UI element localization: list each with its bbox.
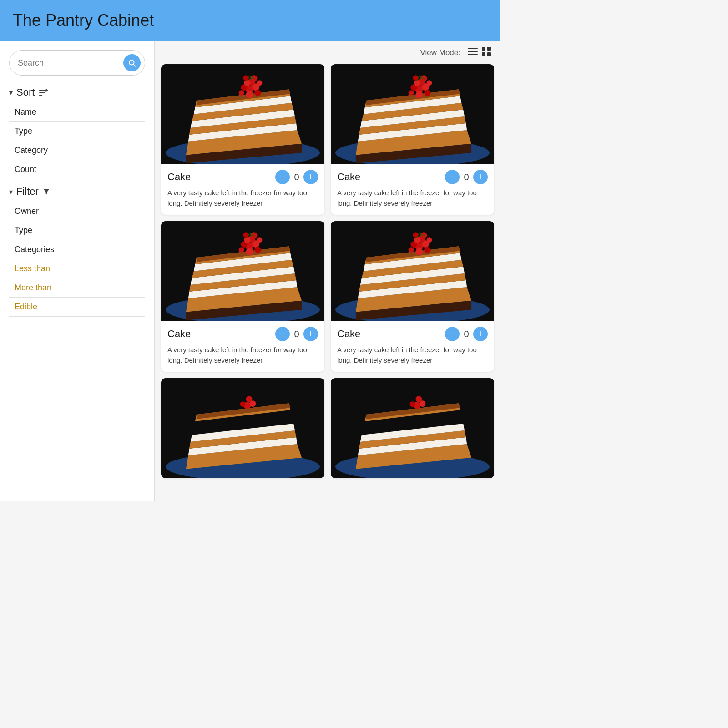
svg-rect-9 xyxy=(487,47,491,51)
sort-header[interactable]: ▾ Sort xyxy=(9,86,145,98)
sort-name-item[interactable]: Name xyxy=(9,103,145,122)
card-2-count: 0 xyxy=(463,172,470,182)
cake-image-2 xyxy=(331,64,494,164)
card-2-description: A very tasty cake left in the freezer fo… xyxy=(337,188,488,208)
card-4-body: Cake − 0 + A very tasty cake left in the… xyxy=(331,321,494,372)
card-1-increment-button[interactable]: + xyxy=(303,170,318,184)
cake-image-3 xyxy=(161,221,324,321)
card-3: Cake − 0 + A very tasty cake left in the… xyxy=(161,221,324,372)
card-2: Cake − 0 + A very tasty cake left in the… xyxy=(331,64,494,215)
svg-point-123 xyxy=(246,396,252,402)
cards-grid: Cake − 0 + A very tasty cake left in the… xyxy=(155,64,500,485)
toolbar: View Mode: xyxy=(155,41,500,64)
filter-icon xyxy=(42,187,51,196)
card-3-increment-button[interactable]: + xyxy=(303,327,318,341)
card-4-decrement-button[interactable]: − xyxy=(445,327,460,341)
svg-point-103 xyxy=(424,247,430,253)
card-1-title-row: Cake − 0 + xyxy=(167,170,318,184)
card-4-image xyxy=(331,221,494,321)
card-1-decrement-button[interactable]: − xyxy=(275,170,290,184)
sidebar: ▾ Sort Name Type Category Count ▾ Filter xyxy=(0,41,155,500)
card-1-count: 0 xyxy=(293,172,300,182)
card-1-counter: − 0 + xyxy=(275,170,318,184)
card-4-increment-button[interactable]: + xyxy=(473,327,488,341)
svg-point-30 xyxy=(246,91,253,98)
svg-point-134 xyxy=(410,401,415,407)
card-2-body: Cake − 0 + A very tasty cake left in the… xyxy=(331,164,494,215)
svg-point-55 xyxy=(415,91,423,98)
cake-image-1 xyxy=(161,64,324,164)
cake-image-5 xyxy=(161,378,324,478)
card-4-counter: − 0 + xyxy=(445,327,488,341)
sort-count-item[interactable]: Count xyxy=(9,160,145,179)
svg-point-83 xyxy=(257,237,262,243)
card-1-title: Cake xyxy=(167,171,191,183)
filter-label: Filter xyxy=(16,186,39,197)
cake-image-6 xyxy=(331,378,494,478)
search-icon xyxy=(128,59,136,67)
card-2-image xyxy=(331,64,494,164)
grid-view-icon[interactable] xyxy=(481,46,491,59)
search-button[interactable] xyxy=(123,54,141,71)
main-layout: ▾ Sort Name Type Category Count ▾ Filter xyxy=(0,41,500,500)
list-view-icon[interactable] xyxy=(468,47,478,58)
filter-less-than-item[interactable]: Less than xyxy=(9,259,145,278)
card-6 xyxy=(331,378,494,478)
app-title: The Pantry Cabinet xyxy=(13,11,154,30)
filter-more-than-item[interactable]: More than xyxy=(9,278,145,298)
svg-point-28 xyxy=(254,90,261,96)
filter-header[interactable]: ▾ Filter xyxy=(9,186,145,197)
sort-lines-icon xyxy=(38,88,48,96)
card-3-title: Cake xyxy=(167,328,191,340)
card-3-image xyxy=(161,221,324,321)
card-3-description: A very tasty cake left in the freezer fo… xyxy=(167,345,318,365)
svg-point-122 xyxy=(240,401,246,407)
card-2-counter: − 0 + xyxy=(445,170,488,184)
filter-section: ▾ Filter Owner Type Categories Less than… xyxy=(9,186,145,317)
svg-point-54 xyxy=(409,90,414,96)
search-input[interactable] xyxy=(18,58,123,68)
card-4: Cake − 0 + A very tasty cake left in the… xyxy=(331,221,494,372)
sort-category-item[interactable]: Category xyxy=(9,141,145,160)
card-2-title-row: Cake − 0 + xyxy=(337,170,488,184)
svg-point-80 xyxy=(246,248,253,255)
sort-chevron-icon: ▾ xyxy=(9,88,13,97)
card-3-count: 0 xyxy=(293,329,300,339)
card-3-decrement-button[interactable]: − xyxy=(275,327,290,341)
filter-type-item[interactable]: Type xyxy=(9,221,145,240)
card-6-image xyxy=(331,378,494,478)
svg-rect-10 xyxy=(482,52,485,56)
card-4-count: 0 xyxy=(463,329,470,339)
svg-rect-8 xyxy=(482,47,485,51)
card-3-counter: − 0 + xyxy=(275,327,318,341)
card-5-image xyxy=(161,378,324,478)
filter-edible-item[interactable]: Edible xyxy=(9,298,145,317)
card-3-body: Cake − 0 + A very tasty cake left in the… xyxy=(161,321,324,372)
card-1-body: Cake − 0 + A very tasty cake left in the… xyxy=(161,164,324,215)
svg-point-105 xyxy=(415,248,423,255)
app-header: The Pantry Cabinet xyxy=(0,0,500,41)
svg-point-33 xyxy=(257,80,262,86)
grid-squares-icon xyxy=(481,46,491,56)
card-4-description: A very tasty cake left in the freezer fo… xyxy=(337,345,488,365)
filter-categories-item[interactable]: Categories xyxy=(9,240,145,259)
cake-image-4 xyxy=(331,221,494,321)
svg-line-1 xyxy=(133,64,135,66)
svg-point-58 xyxy=(426,80,432,86)
svg-point-29 xyxy=(239,90,244,96)
card-4-title-row: Cake − 0 + xyxy=(337,327,488,341)
svg-point-135 xyxy=(415,396,422,402)
card-3-title-row: Cake − 0 + xyxy=(167,327,318,341)
svg-point-53 xyxy=(424,90,430,96)
sort-section: ▾ Sort Name Type Category Count xyxy=(9,86,145,179)
card-2-decrement-button[interactable]: − xyxy=(445,170,460,184)
svg-rect-11 xyxy=(487,52,491,56)
filter-owner-item[interactable]: Owner xyxy=(9,202,145,221)
sort-type-item[interactable]: Type xyxy=(9,122,145,141)
card-2-increment-button[interactable]: + xyxy=(473,170,488,184)
list-lines-icon xyxy=(468,47,478,56)
svg-point-79 xyxy=(239,247,244,253)
filter-chevron-icon: ▾ xyxy=(9,187,13,196)
card-5 xyxy=(161,378,324,478)
card-1-description: A very tasty cake left in the freezer fo… xyxy=(167,188,318,208)
